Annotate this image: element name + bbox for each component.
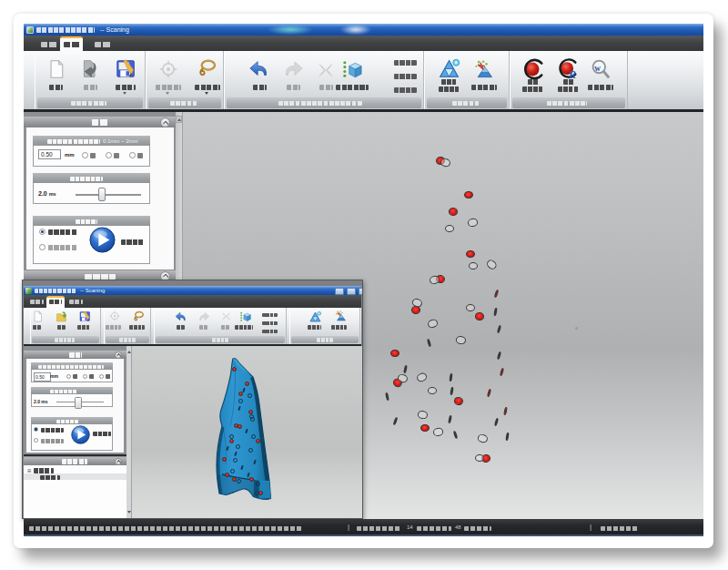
svg-text:w: w xyxy=(594,64,601,73)
